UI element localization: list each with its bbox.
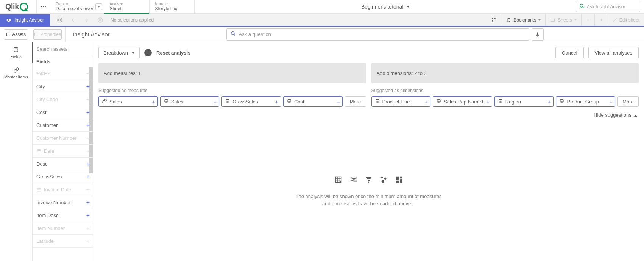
app-title[interactable]: Beginner's tutorial [195,4,576,10]
add-suggestion-icon[interactable]: + [152,98,155,105]
chevron-up-icon [634,115,637,117]
edit-sheet-button[interactable]: Edit sheet [608,14,644,26]
dimension-chips: Product Line+Sales Rep Name1+Region+Prod… [371,96,639,107]
asset-field-row[interactable]: Customer Number+ [33,132,93,145]
suggestions-block: Suggested as measures Sales+Sales+GrossS… [93,83,644,108]
main-area: Breakdown i Reset analysis Cancel View a… [93,42,644,261]
asset-field-row[interactable]: Cost+ [33,106,93,119]
suggestion-chip[interactable]: GrossSales+ [221,96,281,107]
asset-search-input[interactable]: Search assets [33,42,93,56]
analysis-placeholder: The analysis will be shown once the mini… [93,122,644,261]
asset-field-row[interactable]: Invoice Date+ [33,183,93,196]
nav-narrate[interactable]: Narrate Storytelling [149,0,195,13]
assets-toggle[interactable]: Assets [4,29,28,40]
add-field-icon[interactable]: + [86,148,90,155]
add-field-icon[interactable]: + [86,173,90,180]
next-sheet-button[interactable] [594,14,608,26]
asset-field-row[interactable]: Customer+ [33,119,93,132]
add-field-icon[interactable]: + [86,186,90,193]
add-field-icon[interactable]: + [86,122,90,129]
reset-analysis-button[interactable]: Reset analysis [156,50,190,56]
cancel-button[interactable]: Cancel [555,47,583,58]
add-suggestion-icon[interactable]: + [337,98,340,105]
svg-point-29 [165,99,168,100]
properties-toggle[interactable]: Properties [33,29,62,40]
add-suggestion-icon[interactable]: + [213,98,217,105]
suggestion-chip[interactable]: Sales+ [160,96,220,107]
suggestion-chip[interactable]: Sales Rep Name1+ [433,96,492,107]
question-input[interactable]: Ask a question [226,28,529,41]
chip-label: Region [505,99,521,105]
step-forward-icon[interactable] [83,17,90,23]
asset-field-row[interactable]: Item Desc+ [33,209,93,222]
add-field-icon[interactable]: + [86,212,90,219]
add-field-icon[interactable]: + [86,96,90,103]
prepare-dropdown-icon[interactable] [95,3,102,10]
database-icon [287,98,292,105]
svg-rect-8 [494,18,495,19]
global-menu-button[interactable] [36,0,50,14]
asset-field-row[interactable]: Desc+ [33,158,93,170]
svg-point-38 [381,180,384,182]
add-field-icon[interactable]: + [86,83,90,90]
clear-selections-icon[interactable] [97,17,104,23]
asset-rail: Fields Master items [0,42,33,261]
more-suggestions-button[interactable]: More [617,96,639,107]
global-search[interactable]: Ask Insight Advisor [576,2,640,12]
nav-prepare[interactable]: Prepare Data model viewer [50,0,104,13]
field-label: Item Number [36,225,65,231]
info-icon[interactable]: i [144,49,152,56]
step-back-icon[interactable] [70,17,76,23]
add-field-icon[interactable]: + [86,225,90,232]
add-suggestion-icon[interactable]: + [548,98,551,105]
nav-analyze[interactable]: Analyze Sheet [104,0,149,13]
svg-line-18 [234,34,235,36]
microphone-button[interactable] [532,28,544,41]
asset-field-row[interactable]: %KEY+ [33,67,93,80]
suggestion-chip[interactable]: Product Group+ [556,96,615,107]
panel-left-icon [6,32,11,37]
suggestion-chip[interactable]: Product Line+ [371,96,431,107]
add-field-icon[interactable]: + [86,238,90,245]
selections-tool-icon[interactable] [487,14,502,26]
asset-field-row[interactable]: Invoice Number+ [33,196,93,209]
analysis-type-dropdown[interactable]: Breakdown [98,47,140,58]
rail-master-items[interactable]: Master items [0,63,32,83]
smart-search-icon[interactable] [56,17,63,23]
more-suggestions-button[interactable]: More [345,96,366,107]
asset-field-row[interactable]: Latitude+ [33,235,93,248]
database-icon [12,47,20,53]
drop-zones: Add measures: 1 Add dimensions: 2 to 3 [93,63,644,83]
asset-field-row[interactable]: City+ [33,80,93,93]
dimensions-drop-zone[interactable]: Add dimensions: 2 to 3 [371,63,639,83]
add-field-icon[interactable]: + [86,161,90,167]
sheets-button[interactable]: Sheets [545,14,581,26]
add-suggestion-icon[interactable]: + [275,98,278,105]
add-field-icon[interactable]: + [86,135,90,142]
add-suggestion-icon[interactable]: + [424,98,428,105]
view-all-analyses-button[interactable]: View all analyses [588,47,639,58]
asset-field-row[interactable]: City Code+ [33,93,93,106]
measures-drop-zone[interactable]: Add measures: 1 [98,63,366,83]
chip-label: Sales Rep Name1 [444,99,484,105]
suggestion-chip[interactable]: Sales+ [98,96,158,107]
add-field-icon[interactable]: + [86,199,90,206]
asset-field-row[interactable]: GrossSales+ [33,170,93,183]
bookmarks-button[interactable]: Bookmarks [502,14,545,26]
add-suggestion-icon[interactable]: + [609,98,613,105]
page-title: Insight Advisor [66,31,117,38]
svg-rect-9 [496,18,497,19]
add-suggestion-icon[interactable]: + [486,98,490,105]
suggestion-chip[interactable]: Cost+ [283,96,343,107]
prev-sheet-button[interactable] [581,14,594,26]
sheet-icon [550,18,555,22]
add-field-icon[interactable]: + [86,109,90,116]
hide-suggestions-button[interactable]: Hide suggestions [93,108,644,122]
add-field-icon[interactable]: + [86,70,90,77]
asset-field-row[interactable]: Item Number+ [33,222,93,235]
rail-fields[interactable]: Fields [0,42,33,63]
asset-field-row[interactable]: Date+ [33,145,93,158]
asset-list[interactable]: %KEY+City+City Code+Cost+Customer+Custom… [33,67,93,261]
insight-advisor-button[interactable]: Insight Advisor [0,14,50,26]
suggestion-chip[interactable]: Region+ [494,96,554,107]
